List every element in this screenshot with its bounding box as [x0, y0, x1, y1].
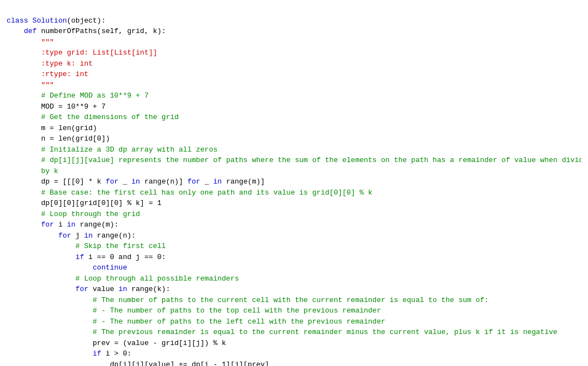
line-1: class Solution(object): def numberOfPath…	[7, 17, 581, 367]
code-editor: class Solution(object): def numberOfPath…	[7, 4, 581, 366]
